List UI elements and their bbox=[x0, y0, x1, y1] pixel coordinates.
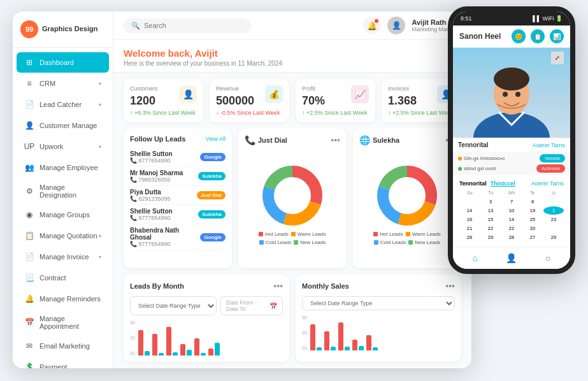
legend-label: Cold Leads bbox=[380, 240, 406, 245]
sidebar-item-manage-invoice[interactable]: 📄 Manage Invoice ▾ bbox=[17, 247, 109, 267]
cal-day[interactable]: 29 bbox=[543, 233, 564, 241]
lead-name: Bhabendra Nath Ghosal bbox=[130, 227, 200, 241]
sidebar-item-lead-catcher[interactable]: 📄 Lead Catcher ▾ bbox=[17, 94, 109, 115]
nav-icon-crm: ≡ bbox=[24, 78, 34, 89]
monthly-sales-date-range[interactable]: Select Date Range Type bbox=[302, 296, 455, 310]
sidebar-item-dashboard[interactable]: ⊞ Dashboard bbox=[17, 52, 109, 73]
cal-day[interactable]: 22 bbox=[501, 224, 522, 233]
nav-label-manage-appointment: Manage Appointment bbox=[39, 315, 101, 330]
sidebar-item-manage-employee[interactable]: 👥 Manage Employee bbox=[17, 157, 109, 178]
sidebar-item-crm[interactable]: ≡ CRM ▾ bbox=[17, 73, 109, 94]
cal-day[interactable]: 19 bbox=[522, 206, 543, 215]
cal-day[interactable]: 14 bbox=[501, 215, 522, 224]
leads-month-menu[interactable]: ••• bbox=[273, 281, 283, 291]
stat-card-customers: Customers 1200 ↑ +6.3% Since Last Week 👤 bbox=[124, 79, 203, 122]
calendar-add[interactable]: Aoerer Tarns bbox=[531, 180, 564, 187]
sidebar-item-email-marketing[interactable]: ✉ Email Marketing bbox=[17, 336, 109, 356]
sidebar-item-manage-reminders[interactable]: 🔔 Manage Reminders bbox=[17, 289, 109, 309]
sidebar-item-contract[interactable]: 📃 Contract bbox=[17, 268, 109, 288]
dashboard-card: 99 Graphics Design ⊞ Dashboard ≡ CRM ▾ 📄… bbox=[13, 11, 471, 368]
search-bar[interactable]: 🔍 bbox=[124, 18, 251, 33]
bar-primary bbox=[338, 322, 343, 350]
lead-item: Shellie Sutton 📞 8777654990 Sulekha bbox=[130, 205, 226, 224]
lead-name: Shellie Sutton bbox=[130, 150, 200, 157]
just-dial-donut-chart bbox=[261, 164, 324, 227]
search-input[interactable] bbox=[144, 22, 243, 29]
calendar-title: Tennorital bbox=[459, 180, 487, 187]
bar-primary bbox=[180, 344, 185, 356]
lead-phone: 📞 6291235095 bbox=[130, 196, 197, 202]
cal-day[interactable]: 7 bbox=[501, 198, 522, 206]
cal-day[interactable]: 28 bbox=[501, 233, 522, 241]
cal-day[interactable]: 16 bbox=[459, 215, 480, 224]
sidebar-item-payment[interactable]: 💲 Payment bbox=[17, 357, 109, 368]
notification-dot bbox=[375, 19, 378, 23]
bar-secondary bbox=[187, 350, 192, 356]
cal-day[interactable]: 29 bbox=[480, 233, 501, 241]
nav-label-contract: Contract bbox=[39, 274, 101, 282]
phone-tabs: ⌂ 👤 ○ bbox=[453, 247, 570, 269]
cat-dot-2 bbox=[458, 167, 462, 171]
cal-day[interactable]: 15 bbox=[480, 215, 501, 224]
just-dial-menu[interactable]: ••• bbox=[331, 135, 340, 145]
cal-day[interactable]: 22 bbox=[480, 224, 501, 233]
cal-day[interactable] bbox=[459, 198, 480, 206]
legend-dot bbox=[259, 240, 264, 245]
date-range-select[interactable]: Select Date Range Type bbox=[130, 296, 217, 315]
cal-day[interactable]: 23 bbox=[543, 215, 564, 224]
cal-day[interactable]: 3 bbox=[480, 198, 501, 206]
cat-btn-1[interactable]: Vonels bbox=[540, 154, 565, 162]
cal-day[interactable]: 10 bbox=[501, 206, 522, 215]
monthly-sales-menu[interactable]: ••• bbox=[445, 281, 455, 291]
bar-group bbox=[324, 331, 336, 350]
photo-expand-btn[interactable]: ⤢ bbox=[551, 52, 564, 64]
sidebar-item-manage-appointment[interactable]: 📅 Manage Appointment bbox=[17, 310, 109, 335]
cal-day[interactable]: 13 bbox=[480, 206, 501, 215]
bar-group bbox=[208, 343, 220, 356]
stats-row: Customers 1200 ↑ +6.3% Since Last Week 👤… bbox=[113, 73, 471, 129]
lead-badge: Just Dial bbox=[197, 191, 226, 199]
cal-day[interactable]: 28 bbox=[459, 233, 480, 241]
chat-icon-1[interactable]: 😊 bbox=[512, 29, 526, 43]
y-labels: 30 25 20 bbox=[130, 320, 135, 356]
nav-label-email-marketing: Email Marketing bbox=[39, 342, 101, 350]
leads-by-month-title: Leads By Month bbox=[130, 282, 184, 290]
chevron-icon-lead-catcher: ▾ bbox=[99, 102, 101, 108]
cat-btn-2[interactable]: Achmos bbox=[536, 164, 565, 173]
cal-day[interactable]: 27 bbox=[522, 233, 543, 241]
legend-dot bbox=[408, 240, 413, 245]
sidebar-item-customer-manage[interactable]: 👤 Customer Manage bbox=[17, 115, 109, 136]
sidebar-item-manage-quotation[interactable]: 📋 Manage Quotation ▾ bbox=[17, 226, 109, 246]
phone-tab-home[interactable]: ⌂ bbox=[468, 251, 482, 265]
sidebar-item-manage-groups[interactable]: ◉ Manage Groups bbox=[17, 205, 109, 225]
cal-day[interactable] bbox=[543, 224, 564, 233]
phone-tab-contacts[interactable]: 👤 bbox=[505, 251, 519, 265]
add-text[interactable]: Aoerer Tarns bbox=[533, 142, 565, 148]
chat-icon-2[interactable]: 📋 bbox=[531, 29, 545, 43]
date-from-to[interactable]: Date From - Date To 📅 bbox=[220, 296, 283, 315]
cal-day[interactable]: 14 bbox=[459, 206, 480, 215]
phone-mockup: 8:51 ▌▌ WiFi 🔋 Sanon Heel 😊 📋 📊 bbox=[448, 6, 575, 274]
cal-day[interactable]: 20 bbox=[522, 224, 543, 233]
cal-day-today[interactable]: 1 bbox=[543, 206, 564, 215]
cal-day[interactable]: 21 bbox=[459, 224, 480, 233]
notification-bell[interactable]: 🔔 bbox=[363, 17, 381, 34]
cal-day[interactable]: 8 bbox=[522, 198, 543, 206]
sidebar-item-upwork[interactable]: UP Upwork ▾ bbox=[17, 136, 109, 157]
cal-day[interactable] bbox=[543, 198, 564, 206]
sulekha-legend: Hot Leads Warm Leads Cold Leads New Lead… bbox=[359, 231, 455, 245]
logo-text: Graphics Design bbox=[42, 25, 97, 33]
cal-day[interactable]: 25 bbox=[522, 215, 543, 224]
calendar-grid: 3 7 8 14 13 10 19 1 16 15 14 25 23 21 22… bbox=[459, 198, 564, 241]
bar-group bbox=[338, 322, 350, 350]
sidebar-item-manage-designation[interactable]: ⚙ Manage Designation bbox=[17, 178, 109, 204]
card-title: Follow Up Leads bbox=[130, 135, 185, 143]
view-all-link[interactable]: View All bbox=[206, 136, 226, 142]
calendar-icon: 📅 bbox=[269, 303, 277, 310]
bar-group bbox=[166, 327, 178, 356]
phone-tab-circle[interactable]: ○ bbox=[541, 251, 555, 265]
lead-item: Shellie Sutton 📞 8777654990 Google bbox=[130, 148, 226, 167]
chat-icon-3[interactable]: 📊 bbox=[550, 29, 564, 43]
lead-phone: 📞 7980326055 bbox=[130, 176, 198, 183]
nav-label-manage-quotation: Manage Quotation bbox=[39, 232, 99, 240]
